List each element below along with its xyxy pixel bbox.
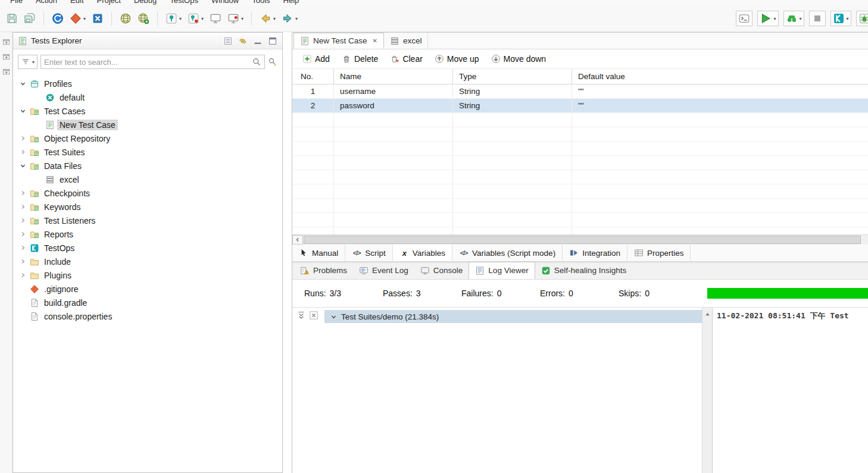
horizontal-scrollbar[interactable] (292, 234, 868, 245)
tree-item-profiles[interactable]: Profiles (13, 77, 282, 90)
debug-button[interactable]: de (856, 11, 868, 26)
record-mobile-button[interactable]: ▾ (185, 11, 206, 26)
back-arrow-button[interactable]: ▾ (257, 11, 278, 26)
tree-item-default[interactable]: default (13, 90, 282, 104)
chevron-right-icon[interactable] (18, 136, 27, 141)
panel-tab-problems[interactable]: Problems (294, 262, 353, 279)
tree-item-new-test-case[interactable]: New Test Case (13, 118, 282, 131)
tree-item-plugins[interactable]: Plugins (13, 268, 282, 282)
restore-view-icon[interactable] (1, 67, 11, 76)
tree-item-console-properties[interactable]: console.properties (13, 309, 282, 323)
view-tab-manual[interactable]: Manual (292, 245, 345, 261)
run-button[interactable]: ▾ (757, 11, 778, 26)
tree-item-checkpoints[interactable]: Checkpoints (13, 186, 282, 200)
search-icon[interactable] (252, 57, 261, 67)
collapse-all-icon[interactable] (296, 311, 306, 320)
stop-button[interactable] (809, 11, 826, 26)
tab-close-icon[interactable]: ✕ (373, 37, 377, 44)
menu-testops[interactable]: TestOps (163, 0, 205, 5)
chevron-down-icon[interactable] (18, 108, 27, 114)
record-web-button[interactable]: ▾ (163, 11, 184, 26)
editor-tab-new-test-case[interactable]: New Test Case✕ (294, 33, 384, 49)
tree-item-object-repository[interactable]: Object Repository (13, 131, 282, 145)
panel-tab-console[interactable]: Console (414, 262, 469, 279)
tree-item-test-suites[interactable]: Test Suites (13, 145, 282, 159)
chevron-right-icon[interactable] (18, 218, 27, 223)
add-button[interactable]: Add (297, 52, 335, 66)
menu-window[interactable]: Window (205, 0, 245, 5)
minimize-icon[interactable] (253, 36, 263, 46)
move-up-button[interactable]: Move up (429, 52, 485, 66)
menu-help[interactable]: Help (277, 0, 306, 5)
view-tab-integration[interactable]: Integration (563, 245, 627, 261)
testops-button[interactable]: ▾ (830, 11, 851, 26)
scroll-up-icon[interactable] (702, 309, 712, 319)
save-button[interactable] (4, 11, 20, 26)
chevron-right-icon[interactable] (18, 259, 27, 264)
scrollbar-thumb[interactable] (304, 236, 861, 244)
editor-tab-excel[interactable]: excel (384, 33, 429, 49)
chevron-right-icon[interactable] (18, 231, 27, 237)
menu-tools[interactable]: Tools (245, 0, 276, 5)
variable-row-password[interactable]: 2passwordString"" (292, 99, 868, 113)
panel-tab-event-log[interactable]: Event Log (353, 262, 414, 279)
screen-record-button[interactable]: ▾ (225, 11, 246, 26)
tree-item-test-cases[interactable]: Test Cases (13, 104, 282, 118)
forward-arrow-button[interactable]: ▾ (279, 11, 300, 26)
terminal-button[interactable] (736, 11, 753, 26)
chevron-right-icon[interactable] (18, 204, 27, 209)
clear-button[interactable]: Clear (385, 52, 427, 66)
chevron-down-icon[interactable] (18, 81, 27, 86)
menu-action[interactable]: Action (29, 0, 64, 5)
screen-capture-button[interactable] (207, 11, 224, 26)
tree-item-gitignore[interactable]: .gitignore (13, 282, 282, 296)
menu-file[interactable]: File (4, 0, 29, 5)
chevron-down-icon[interactable] (329, 312, 338, 321)
variable-row-username[interactable]: 1usernameString"" (292, 84, 868, 99)
menu-edit[interactable]: Edit (64, 0, 90, 5)
restore-view-icon[interactable] (1, 37, 11, 46)
chevron-right-icon[interactable] (18, 190, 27, 196)
log-vertical-scrollbar[interactable] (702, 308, 712, 473)
tree-item-testops[interactable]: TestOps (13, 241, 282, 255)
tree-item-include[interactable]: Include (13, 255, 282, 268)
tree-item-build-gradle[interactable]: build.gradle (13, 296, 282, 309)
log-tree-item[interactable]: Test Suites/demo (21.384s) (324, 310, 702, 323)
web-globe-button[interactable] (117, 11, 134, 26)
view-menu-icon[interactable] (223, 36, 233, 46)
web-globe-alt-button[interactable] (135, 11, 152, 26)
clear-log-icon[interactable] (309, 311, 319, 320)
view-tab-variables-script-mode[interactable]: </>Variables (Script mode) (452, 245, 563, 261)
restore-view-icon[interactable] (1, 52, 11, 61)
tree-item-test-listeners[interactable]: Test Listeners (13, 214, 282, 227)
spy-button[interactable]: ▾ (783, 11, 804, 26)
link-with-editor-icon[interactable] (238, 36, 248, 46)
delete-button[interactable]: Delete (336, 52, 383, 66)
git-button[interactable]: ▾ (67, 11, 88, 26)
save-all-button[interactable] (21, 11, 38, 26)
tree-item-excel[interactable]: excel (13, 173, 282, 186)
tree-item-data-files[interactable]: Data Files (13, 159, 282, 173)
scroll-left-button[interactable] (292, 235, 303, 245)
view-tab-properties[interactable]: Properties (627, 245, 691, 261)
tree-item-reports[interactable]: Reports (13, 227, 282, 241)
analyze-button[interactable] (49, 11, 66, 26)
view-tab-script[interactable]: </>Script (345, 245, 393, 261)
log-tree-item-label: Test Suites/demo (21.384s) (341, 312, 439, 321)
chevron-down-icon[interactable] (18, 163, 27, 168)
move-down-button[interactable]: Move down (486, 52, 552, 66)
search-input[interactable] (44, 58, 250, 67)
menu-debug[interactable]: Debug (127, 0, 163, 5)
search-settings-icon[interactable] (268, 57, 277, 67)
tree-item-keywords[interactable]: Keywords (13, 200, 282, 214)
chevron-right-icon[interactable] (18, 149, 27, 155)
view-tab-variables[interactable]: xVariables (393, 245, 452, 261)
chevron-right-icon[interactable] (18, 272, 27, 278)
data-file-button[interactable] (89, 11, 106, 26)
menu-project[interactable]: Project (90, 0, 127, 5)
chevron-right-icon[interactable] (18, 245, 27, 250)
panel-tab-log-viewer[interactable]: Log Viewer (469, 262, 535, 279)
maximize-icon[interactable] (268, 36, 277, 46)
filter-button[interactable]: ▾ (18, 55, 38, 69)
panel-tab-self-healing-insights[interactable]: Self-healing Insights (535, 262, 633, 279)
